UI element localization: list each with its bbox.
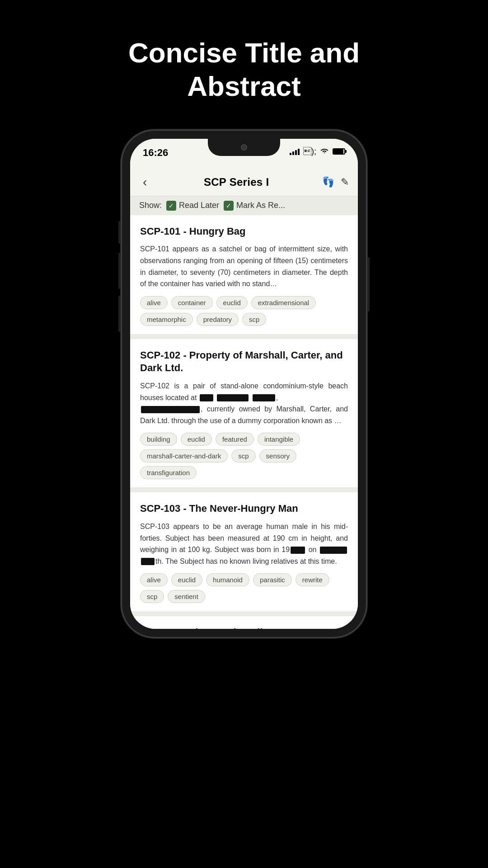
- scp-101-title: SCP-101 - Hungry Bag: [140, 225, 348, 238]
- mark-as-checkbox[interactable]: ✓: [224, 201, 234, 211]
- checkmark-icon: ✓: [169, 202, 174, 209]
- status-bar: 16:26 );: [130, 139, 358, 170]
- scp-101-tags: alive container euclid extradimensional …: [140, 296, 348, 326]
- mark-as-label: Mark As Re...: [236, 201, 285, 210]
- scp-102-title: SCP-102 - Property of Marshall, Carter, …: [140, 349, 348, 375]
- tag-scp[interactable]: scp: [231, 449, 255, 462]
- scp-103-title: SCP-103 - The Never-Hungry Man: [140, 502, 348, 515]
- scp-item-102[interactable]: SCP-102 - Property of Marshall, Carter, …: [130, 339, 358, 488]
- tag-metamorphic[interactable]: metamorphic: [140, 313, 193, 326]
- phone-button-power: [366, 257, 370, 311]
- tag-alive[interactable]: alive: [140, 296, 168, 309]
- scp-101-abstract: SCP-101 appears as a satchel or bag of i…: [140, 243, 348, 289]
- tag-rewrite[interactable]: rewrite: [296, 573, 329, 586]
- phone-button-vol-down: [118, 296, 122, 332]
- tag-marshall-carter-and-dark[interactable]: marshall-carter-and-dark: [140, 449, 228, 462]
- scp-103-tags: alive euclid humanoid parasitic rewrite …: [140, 573, 348, 603]
- tag-scp[interactable]: scp: [242, 313, 266, 326]
- read-later-checkbox[interactable]: ✓: [166, 201, 176, 211]
- signal-icon: [290, 148, 300, 155]
- read-later-filter[interactable]: ✓ Read Later: [166, 201, 219, 211]
- scp-102-tags: building euclid featured intangible mars…: [140, 433, 348, 479]
- tag-euclid[interactable]: euclid: [216, 296, 248, 309]
- nav-bar: ‹ SCP Series I 👣 ✎: [130, 170, 358, 196]
- wifi-icon: [320, 148, 329, 155]
- phone-screen: 16:26 );: [130, 139, 358, 629]
- tag-extradimensional[interactable]: extradimensional: [251, 296, 316, 309]
- page-title: Concise Title andAbstract: [108, 36, 380, 104]
- tag-euclid[interactable]: euclid: [181, 433, 212, 446]
- tag-predatory[interactable]: predatory: [197, 313, 239, 326]
- divider-2: [130, 488, 358, 492]
- phone-frame: 16:26 );: [122, 131, 366, 637]
- filter-show-label: Show:: [139, 201, 162, 210]
- edit-icon[interactable]: ✎: [341, 176, 349, 188]
- filter-bar: Show: ✓ Read Later ✓ Mark As Re...: [130, 196, 358, 215]
- back-button[interactable]: ‹: [139, 173, 150, 191]
- tag-featured[interactable]: featured: [216, 433, 254, 446]
- tag-building[interactable]: building: [140, 433, 177, 446]
- status-icons: );: [290, 147, 345, 156]
- scp-104-title: SCP-104 - The Lonely Ball: [140, 626, 348, 629]
- divider-3: [130, 612, 358, 616]
- wifi-icon: );: [303, 147, 316, 156]
- front-camera: [241, 144, 247, 151]
- status-time: 16:26: [143, 147, 168, 159]
- nav-icons: 👣 ✎: [322, 176, 349, 188]
- scp-103-abstract: SCP-103 appears to be an average human m…: [140, 521, 348, 567]
- nav-title: SCP Series I: [204, 176, 269, 189]
- read-later-label: Read Later: [179, 201, 219, 210]
- tag-alive[interactable]: alive: [140, 573, 168, 586]
- scp-102-abstract: SCP-102 is a pair of stand-alone condomi…: [140, 380, 348, 426]
- tag-container[interactable]: container: [171, 296, 213, 309]
- mark-as-filter[interactable]: ✓ Mark As Re...: [224, 201, 285, 211]
- divider-1: [130, 335, 358, 339]
- tag-sentient[interactable]: sentient: [168, 590, 205, 603]
- phone-button-vol-up: [118, 253, 122, 289]
- tag-scp[interactable]: scp: [140, 590, 164, 603]
- tag-sensory[interactable]: sensory: [259, 449, 297, 462]
- content-list[interactable]: SCP-101 - Hungry Bag SCP-101 appears as …: [130, 215, 358, 629]
- tag-transfiguration[interactable]: transfiguration: [140, 466, 197, 479]
- battery-icon: [333, 148, 345, 155]
- footprint-icon[interactable]: 👣: [322, 176, 334, 188]
- tag-intangible[interactable]: intangible: [258, 433, 300, 446]
- phone-button-silent: [118, 221, 122, 244]
- tag-humanoid[interactable]: humanoid: [206, 573, 249, 586]
- scp-item-101[interactable]: SCP-101 - Hungry Bag SCP-101 appears as …: [130, 215, 358, 335]
- checkmark-icon: ✓: [226, 202, 231, 209]
- tag-euclid[interactable]: euclid: [171, 573, 202, 586]
- notch: [208, 139, 280, 156]
- scp-item-104[interactable]: SCP-104 - The Lonely Ball SCP-104 is a s…: [130, 616, 358, 629]
- scp-item-103[interactable]: SCP-103 - The Never-Hungry Man SCP-103 a…: [130, 492, 358, 612]
- tag-parasitic[interactable]: parasitic: [253, 573, 292, 586]
